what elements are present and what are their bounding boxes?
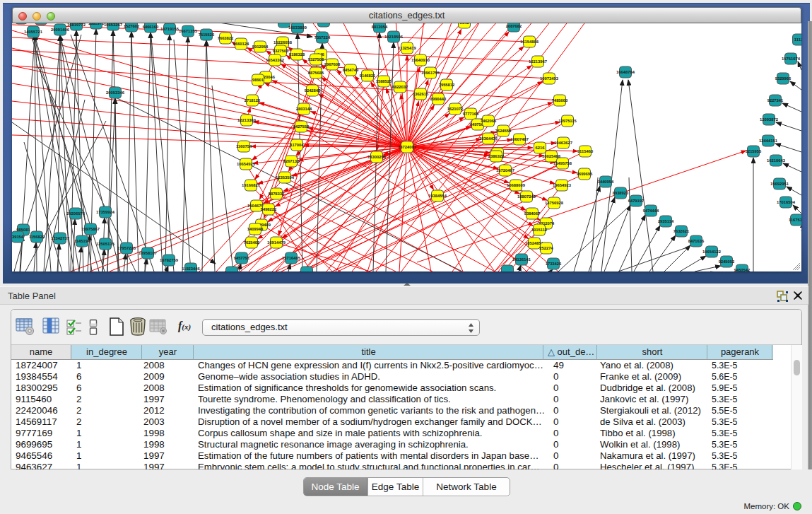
svg-text:15716485: 15716485 — [282, 256, 301, 261]
svg-text:10719155: 10719155 — [160, 27, 180, 32]
svg-text:18300295: 18300295 — [367, 155, 387, 160]
svg-text:17016504: 17016504 — [777, 200, 796, 205]
svg-text:9699695: 9699695 — [577, 172, 593, 177]
svg-text:10654925: 10654925 — [237, 162, 256, 167]
svg-text:12444151: 12444151 — [759, 139, 778, 144]
svg-text:39154: 39154 — [12, 235, 24, 240]
svg-text:2967608: 2967608 — [324, 62, 341, 67]
svg-text:16819772: 16819772 — [67, 23, 86, 28]
svg-text:12342737: 12342737 — [51, 236, 69, 241]
svg-text:9327508: 9327508 — [308, 57, 324, 62]
svg-text:8938923: 8938923 — [613, 191, 629, 196]
svg-text:14136141: 14136141 — [512, 257, 531, 262]
svg-text:8186328: 8186328 — [289, 52, 305, 57]
svg-text:252274: 252274 — [539, 246, 553, 251]
svg-text:19975867: 19975867 — [81, 227, 100, 232]
svg-text:5723: 5723 — [280, 23, 290, 25]
svg-text:10654122: 10654122 — [702, 250, 721, 255]
svg-text:8875685: 8875685 — [308, 71, 324, 76]
svg-text:12213967: 12213967 — [529, 59, 547, 64]
svg-text:16648784: 16648784 — [616, 70, 635, 75]
svg-text:15692951: 15692951 — [770, 182, 789, 187]
svg-text:7663822: 7663822 — [218, 36, 234, 41]
svg-text:8990443: 8990443 — [430, 97, 447, 102]
svg-text:9329966: 9329966 — [775, 76, 792, 81]
svg-text:10688609: 10688609 — [507, 183, 526, 188]
svg-text:1527602: 1527602 — [124, 24, 140, 29]
svg-text:9327503: 9327503 — [273, 49, 289, 54]
svg-text:7632621: 7632621 — [673, 229, 690, 234]
svg-text:1621072: 1621072 — [447, 107, 464, 112]
svg-text:2935114: 2935114 — [658, 219, 674, 224]
svg-text:1881971: 1881971 — [88, 23, 105, 26]
svg-text:10958107: 10958107 — [139, 251, 157, 256]
svg-text:7357224: 7357224 — [314, 35, 331, 40]
svg-text:1160754: 1160754 — [236, 144, 252, 149]
svg-text:17359924: 17359924 — [96, 210, 115, 215]
svg-text:12505135: 12505135 — [96, 242, 115, 247]
svg-text:9660124: 9660124 — [233, 42, 249, 47]
svg-text:17957225: 17957225 — [117, 246, 136, 251]
svg-text:7462066: 7462066 — [481, 119, 497, 124]
svg-text:2386322: 2386322 — [488, 154, 505, 159]
svg-text:19654923: 19654923 — [553, 183, 572, 188]
svg-text:16543362: 16543362 — [266, 58, 284, 63]
svg-text:1145194: 1145194 — [74, 239, 90, 244]
svg-text:8267130: 8267130 — [283, 159, 300, 164]
svg-text:11325419: 11325419 — [398, 46, 416, 51]
svg-text:2718126: 2718126 — [245, 98, 261, 103]
svg-text:16033809: 16033809 — [288, 25, 307, 30]
svg-text:6466160: 6466160 — [143, 25, 159, 30]
svg-text:15640910: 15640910 — [411, 58, 430, 63]
svg-text:10973493: 10973493 — [540, 76, 559, 81]
svg-text:20091406: 20091406 — [51, 28, 70, 33]
svg-text:8878332: 8878332 — [269, 192, 285, 197]
svg-text:19166827: 19166827 — [242, 183, 260, 188]
svg-text:1409948: 1409948 — [247, 227, 264, 232]
svg-text:6479197: 6479197 — [628, 199, 645, 204]
svg-text:1015112: 1015112 — [531, 228, 547, 233]
svg-text:12975115: 12975115 — [558, 119, 577, 124]
svg-text:5498222: 5498222 — [261, 207, 277, 212]
svg-text:10961755: 10961755 — [421, 71, 440, 76]
svg-text:18724007: 18724007 — [398, 145, 416, 150]
svg-text:1588520: 1588520 — [376, 79, 392, 84]
svg-text:16671355: 16671355 — [179, 29, 198, 34]
svg-text:10653267: 10653267 — [104, 23, 122, 28]
svg-text:7515526: 7515526 — [199, 33, 215, 37]
svg-text:117004: 117004 — [290, 143, 304, 148]
svg-text:6216: 6216 — [536, 146, 546, 151]
svg-text:9777169: 9777169 — [463, 112, 479, 117]
svg-text:20206576: 20206576 — [66, 211, 86, 216]
svg-text:2087682: 2087682 — [506, 24, 522, 29]
svg-text:1733426: 1733426 — [546, 262, 562, 267]
svg-text:3215955: 3215955 — [746, 149, 762, 154]
svg-text:8822037: 8822037 — [392, 85, 408, 90]
svg-text:12093872: 12093872 — [760, 117, 778, 122]
svg-text:16914479: 16914479 — [267, 240, 286, 245]
svg-text:9450542: 9450542 — [734, 268, 751, 271]
svg-text:10463627: 10463627 — [554, 141, 572, 146]
svg-text:1440954: 1440954 — [598, 180, 614, 185]
svg-text:1167534: 1167534 — [789, 218, 801, 223]
svg-text:9384067: 9384067 — [524, 211, 541, 216]
svg-text:8427552: 8427552 — [293, 124, 310, 129]
svg-text:8912954: 8912954 — [252, 45, 269, 49]
svg-text:1362615: 1362615 — [413, 92, 429, 97]
svg-text:19218506: 19218506 — [384, 35, 404, 40]
svg-text:3624554: 3624554 — [495, 129, 512, 134]
svg-text:19384554: 19384554 — [428, 194, 447, 199]
svg-text:9227341: 9227341 — [767, 98, 784, 103]
svg-text:8471636: 8471636 — [688, 239, 705, 244]
svg-text:9115460: 9115460 — [577, 149, 593, 154]
svg-text:12213369: 12213369 — [237, 118, 257, 123]
svg-text:16782759: 16782759 — [160, 258, 179, 263]
svg-text:9242848: 9242848 — [305, 88, 321, 93]
svg-text:1112: 1112 — [794, 37, 801, 42]
svg-text:2803144: 2803144 — [296, 107, 312, 112]
svg-text:15720407: 15720407 — [496, 168, 514, 173]
svg-text:10607487: 10607487 — [510, 137, 529, 142]
svg-text:15751074: 15751074 — [782, 57, 801, 62]
svg-text:10210643: 10210643 — [767, 158, 786, 163]
svg-text:7955812: 7955812 — [439, 83, 455, 88]
